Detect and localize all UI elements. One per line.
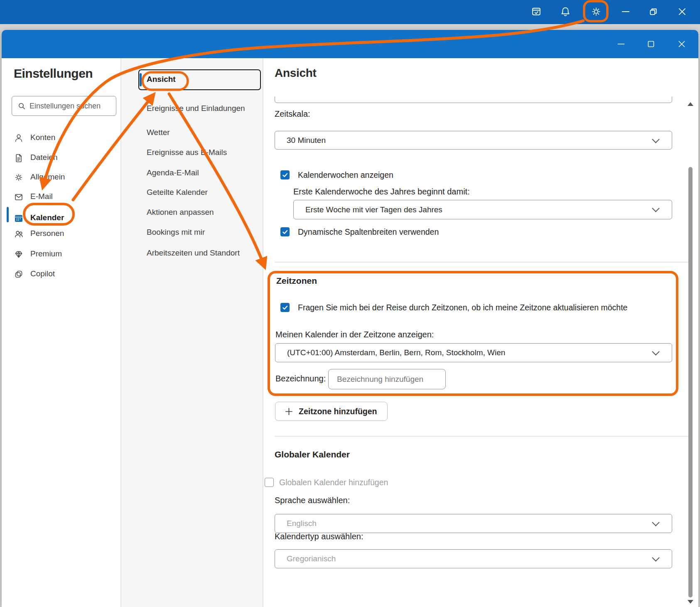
bezeichnung-input[interactable] bbox=[329, 369, 445, 389]
nav-item-agenda-email[interactable]: Agenda-E-Mail bbox=[147, 168, 255, 182]
person-icon bbox=[14, 133, 23, 143]
restore-window-icon[interactable] bbox=[647, 5, 659, 18]
bezeichnung-field bbox=[328, 369, 446, 389]
nav-item-arbeitszeiten[interactable]: Arbeitszeiten und Standort bbox=[147, 248, 255, 263]
nav-item-ereignisse-einladungen[interactable]: Ereignisse und Einladungen bbox=[147, 104, 255, 118]
settings-dialog: Einstellungen Konten Dateien Allgemein E… bbox=[2, 30, 698, 607]
sidebar-item-premium[interactable]: Premium bbox=[9, 246, 115, 263]
diamond-icon bbox=[14, 250, 23, 259]
dialog-close-icon[interactable] bbox=[675, 38, 688, 50]
sidebar-item-konten[interactable]: Konten bbox=[9, 130, 115, 146]
chevron-down-icon bbox=[652, 135, 659, 143]
sidebar-item-label: Personen bbox=[30, 229, 64, 238]
sprache-label: Sprache auswählen: bbox=[275, 496, 350, 505]
page-title: Ansicht bbox=[275, 66, 317, 80]
minimize-icon[interactable] bbox=[619, 5, 632, 18]
zeitzone-dropdown[interactable]: (UTC+01:00) Amsterdam, Berlin, Bern, Rom… bbox=[275, 343, 672, 362]
sidebar-item-kalender[interactable]: Kalender bbox=[9, 210, 115, 226]
sidebar-item-label: Dateien bbox=[30, 153, 58, 162]
nav-item-wetter[interactable]: Wetter bbox=[147, 128, 255, 142]
globaler-kalender-heading: Globaler Kalender bbox=[275, 450, 350, 460]
bezeichnung-label: Bezeichnung: bbox=[275, 374, 326, 383]
notifications-bell-icon[interactable] bbox=[559, 5, 572, 18]
scrollbar-thumb[interactable] bbox=[688, 167, 693, 597]
sidebar-item-label: E-Mail bbox=[30, 192, 53, 201]
nav-selected-indicator bbox=[140, 73, 142, 86]
nav-item-ereignisse-emails[interactable]: Ereignisse aus E-Mails bbox=[147, 148, 255, 162]
scrollbar-up-arrow[interactable] bbox=[688, 102, 693, 106]
settings-gear-icon[interactable] bbox=[590, 5, 602, 18]
nav-item-aktionen-anpassen[interactable]: Aktionen anpassen bbox=[147, 208, 255, 222]
zeitzonen-ask-label: Fragen Sie mich bei der Reise durch Zeit… bbox=[298, 303, 627, 312]
kalendertyp-value: Gregorianisch bbox=[287, 554, 336, 563]
section-divider bbox=[275, 436, 692, 437]
my-day-icon[interactable] bbox=[530, 5, 543, 18]
people-icon bbox=[14, 229, 23, 238]
document-icon bbox=[14, 153, 23, 162]
search-icon bbox=[17, 102, 26, 111]
nav-item-geteilte-kalender[interactable]: Geteilte Kalender bbox=[147, 188, 255, 202]
globaler-kalender-label: Globalen Kalender hinzufügen bbox=[279, 478, 388, 487]
zeitzone-anzeigen-label: Meinen Kalender in der Zeitzone anzeigen… bbox=[275, 330, 434, 339]
globaler-kalender-checkbox[interactable] bbox=[265, 478, 274, 487]
mail-icon bbox=[14, 192, 23, 202]
nav-item-bookings[interactable]: Bookings mit mir bbox=[147, 228, 255, 242]
kalenderwochen-checkbox[interactable] bbox=[280, 170, 290, 179]
nav-item-ansicht[interactable]: Ansicht bbox=[147, 75, 255, 89]
erste-woche-dropdown[interactable]: Erste Woche mit vier Tagen des Jahres bbox=[293, 200, 672, 219]
sidebar-item-label: Kalender bbox=[30, 213, 64, 222]
dialog-maximize-icon[interactable] bbox=[645, 38, 657, 50]
plus-icon bbox=[285, 407, 293, 416]
scrolled-dropdown-partial[interactable] bbox=[275, 97, 672, 103]
sidebar-item-label: Konten bbox=[30, 133, 55, 142]
add-timezone-label: Zeitzone hinzufügen bbox=[299, 407, 377, 416]
spaltenbreiten-checkbox[interactable] bbox=[280, 227, 290, 236]
settings-title: Einstellungen bbox=[14, 66, 93, 81]
zeitzone-value: (UTC+01:00) Amsterdam, Berlin, Bern, Rom… bbox=[287, 348, 505, 357]
search-input[interactable] bbox=[29, 97, 113, 115]
sprache-value: Englisch bbox=[287, 519, 317, 528]
sidebar-item-label: Premium bbox=[30, 249, 62, 258]
nav-divider bbox=[263, 58, 263, 607]
sidebar-item-copilot[interactable]: Copilot bbox=[9, 266, 115, 283]
calendar-icon bbox=[14, 214, 23, 223]
section-divider bbox=[275, 262, 692, 263]
sidebar-divider bbox=[120, 58, 121, 607]
sidebar-item-personen[interactable]: Personen bbox=[9, 226, 115, 242]
dialog-minimize-icon[interactable] bbox=[615, 38, 627, 50]
add-timezone-button[interactable]: Zeitzone hinzufügen bbox=[275, 402, 388, 421]
zeitskala-dropdown[interactable]: 30 Minuten bbox=[275, 131, 672, 150]
chevron-down-icon bbox=[652, 554, 659, 561]
sidebar-item-email[interactable]: E-Mail bbox=[9, 189, 115, 205]
spaltenbreiten-label: Dynamische Spaltenbreiten verwenden bbox=[298, 227, 439, 237]
kalendertyp-dropdown[interactable]: Gregorianisch bbox=[275, 549, 672, 568]
chevron-down-icon bbox=[652, 519, 659, 526]
kalenderwochen-label: Kalenderwochen anzeigen bbox=[298, 170, 393, 180]
zeitskala-label: Zeitskala: bbox=[275, 109, 310, 119]
gear-icon bbox=[14, 173, 23, 182]
sidebar-item-label: Copilot bbox=[30, 269, 55, 278]
zeitzonen-ask-checkbox[interactable] bbox=[280, 303, 290, 312]
sidebar-item-label: Allgemein bbox=[30, 172, 65, 182]
kalendertyp-label: Kalendertyp auswählen: bbox=[275, 532, 363, 541]
zeitskala-value: 30 Minuten bbox=[287, 136, 326, 145]
scrollbar-down-arrow[interactable] bbox=[688, 600, 693, 604]
sprache-dropdown[interactable]: Englisch bbox=[275, 514, 672, 533]
settings-search bbox=[12, 96, 116, 116]
sidebar-item-allgemein[interactable]: Allgemein bbox=[9, 169, 115, 186]
app-top-bar bbox=[0, 0, 700, 24]
erste-woche-value: Erste Woche mit vier Tagen des Jahres bbox=[305, 205, 442, 214]
chevron-down-icon bbox=[652, 204, 659, 212]
dialog-title-bar bbox=[2, 30, 698, 58]
close-icon[interactable] bbox=[676, 5, 688, 18]
sidebar-item-dateien[interactable]: Dateien bbox=[9, 150, 115, 166]
chevron-down-icon bbox=[652, 348, 659, 355]
sidebar-selected-indicator bbox=[7, 207, 9, 222]
erste-woche-label: Erste Kalenderwoche des Jahres beginnt d… bbox=[293, 187, 470, 197]
copilot-icon bbox=[14, 270, 23, 279]
zeitzonen-heading: Zeitzonen bbox=[276, 276, 317, 286]
